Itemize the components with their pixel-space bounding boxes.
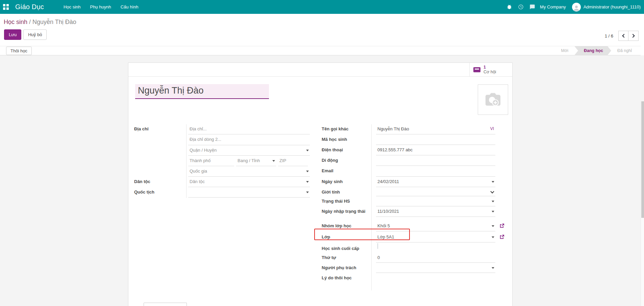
field-label: Người phụ trách (322, 263, 371, 273)
avatar[interactable] (572, 3, 581, 11)
user-menu[interactable]: Administrator (huunghi_1110) (584, 4, 641, 9)
app-title[interactable]: Giáo Dục (15, 3, 44, 11)
field-label: Email (322, 166, 371, 177)
email-input[interactable] (376, 166, 495, 177)
street-input[interactable]: Địa chỉ... (188, 124, 310, 134)
ten-goi-khac-input[interactable]: Nguyễn Thị Đào VI (376, 124, 495, 134)
dien-thoai-input[interactable]: 0912.555.777 abc (376, 145, 495, 155)
field-label: Mã học sinh (322, 134, 371, 145)
field-label: Giới tính (322, 187, 371, 196)
hoc-sinh-cuoi-cap-checkbox[interactable] (377, 243, 378, 249)
group-divider (371, 124, 372, 290)
field-row-dien-thoai: Điện thoại 0912.555.777 abc (322, 145, 508, 155)
field-row-gioi-tinh: Giới tính (322, 187, 508, 196)
breadcrumb-parent[interactable]: Học sinh (4, 19, 27, 25)
field-row-ngay-sinh: Ngày sinh 24/02/2011 (322, 177, 508, 187)
caret-down-icon (492, 267, 494, 269)
caret-down-icon (492, 211, 494, 212)
pager-next-button[interactable] (628, 31, 639, 41)
top-navbar: Giáo Dục Học sinh Phụ huynh Cấu hình My … (0, 0, 644, 14)
caret-down-icon (492, 225, 494, 227)
field-label: Ngày sinh (322, 177, 371, 187)
notebook-tab-partial[interactable] (144, 303, 187, 306)
thoi-hoc-button[interactable]: Thôi học (6, 47, 32, 55)
state-moi[interactable]: Mới (555, 46, 574, 55)
field-label: Học sinh cuối cấp (322, 244, 371, 253)
address-group: Địa chỉ Địa chỉ... Địa chỉ dòng 2... Quậ… (134, 124, 317, 198)
chevron-down-icon (490, 189, 494, 193)
state-select[interactable]: Bang / Tỉnh (236, 156, 276, 166)
field-row-hoc-sinh-cuoi-cap: Học sinh cuối cấp (322, 244, 508, 253)
zip-input[interactable]: ZIP (278, 156, 308, 166)
opportunities-stat-button[interactable]: 1 Cơ hội (469, 63, 512, 76)
student-name-input[interactable]: Nguyễn Thị Đào (135, 84, 269, 99)
company-switcher[interactable]: My Company (540, 4, 566, 9)
menu-cau-hinh[interactable]: Cấu hình (120, 3, 139, 11)
field-label: Lớp (322, 232, 371, 244)
pager: 1 / 6 (605, 31, 639, 41)
translation-badge[interactable]: VI (490, 126, 494, 131)
menu-hoc-sinh[interactable]: Học sinh (63, 3, 81, 11)
hoc-sinh-cuoi-cap-cell (376, 244, 495, 253)
gioi-tinh-select[interactable] (376, 187, 495, 196)
ma-hoc-sinh-input[interactable] (376, 134, 495, 145)
student-photo-upload[interactable] (478, 84, 508, 115)
field-row-city-state-zip: Thành phố Bang / Tỉnh ZIP (134, 156, 317, 166)
thu-tu-input[interactable]: 0 (376, 253, 495, 263)
ly-do-thoi-hoc-input[interactable] (376, 273, 495, 286)
field-row-ngay-nhap-trang-thai: Ngày nhập trạng thái 11/10/2021 (322, 206, 508, 221)
pager-previous-button[interactable] (618, 31, 628, 41)
ethnicity-select[interactable]: Dân tộc (188, 177, 310, 187)
save-button[interactable]: Lưu (4, 29, 21, 40)
group-divider (186, 124, 187, 198)
discard-button[interactable]: Huỷ bỏ (23, 29, 47, 40)
field-row-nhom-lop-hoc: Nhóm lớp học Khối 5 (322, 221, 508, 232)
bug-icon[interactable] (506, 4, 512, 10)
caret-down-icon (306, 192, 309, 193)
vertical-scrollbar (641, 101, 644, 306)
statusbar: Thôi học Mới Đang học Đã nghỉ (0, 46, 641, 55)
ngay-nhap-trang-thai-datepicker[interactable]: 11/10/2021 (376, 206, 495, 217)
control-panel: Học sinh / Nguyễn Thị Đào Lưu Huỷ bỏ 1 /… (0, 14, 644, 46)
breadcrumb: Học sinh / Nguyễn Thị Đào (4, 19, 76, 26)
field-label: Lý do thôi học (322, 273, 371, 286)
state-da-nghi[interactable]: Đã nghỉ (611, 46, 638, 55)
caret-down-icon (306, 150, 309, 151)
di-dong-input[interactable] (376, 155, 495, 166)
lop-select[interactable]: Lớp 5A1 (376, 232, 495, 243)
external-link-icon[interactable] (499, 221, 504, 232)
ngay-sinh-datepicker[interactable]: 24/02/2011 (376, 177, 495, 187)
stat-button-label: Cơ hội (484, 70, 496, 74)
trang-thai-hs-select[interactable] (376, 196, 495, 206)
field-row-lop: Lớp Lớp 5A1 (322, 232, 508, 244)
field-row-thu-tu: Thứ tự 0 (322, 253, 508, 263)
field-label-dan-toc: Dân tộc (134, 177, 186, 187)
field-row-street2: Địa chỉ dòng 2... (134, 134, 317, 145)
external-link-icon[interactable] (499, 232, 504, 244)
navbar-right: My Company Administrator (huunghi_1110) (501, 3, 644, 11)
country-select[interactable]: Quốc gia (188, 166, 310, 177)
caret-down-icon (306, 171, 309, 172)
caret-down-icon (306, 181, 309, 183)
field-label-quoc-tich: Quốc tịch (134, 187, 186, 198)
scrollbar-thumb[interactable] (641, 101, 644, 218)
nguoi-phu-trach-select[interactable] (376, 263, 495, 273)
field-label: Nhóm lớp học (322, 221, 371, 232)
clock-icon[interactable] (518, 4, 524, 10)
nationality-select[interactable] (188, 187, 310, 198)
field-label-dia-chi: Địa chỉ (134, 124, 186, 134)
chat-icon[interactable] (529, 4, 535, 10)
breadcrumb-separator: / (29, 19, 32, 25)
apps-menu-icon[interactable] (3, 4, 9, 10)
camera-plus-icon (483, 92, 503, 107)
field-row-ten-goi-khac: Tên gọi khác Nguyễn Thị Đào VI (322, 124, 508, 134)
chevron-right-icon (631, 34, 635, 37)
menu-phu-huynh[interactable]: Phụ huynh (90, 3, 112, 11)
street2-input[interactable]: Địa chỉ dòng 2... (188, 134, 310, 145)
city-input[interactable]: Thành phố (188, 156, 234, 166)
state-dang-hoc[interactable]: Đang học (574, 46, 611, 55)
student-info-group: Tên gọi khác Nguyễn Thị Đào VI Mã học si… (322, 124, 508, 286)
district-select[interactable]: Quận / Huyện (188, 145, 310, 156)
nhom-lop-hoc-select[interactable]: Khối 5 (376, 221, 495, 231)
form-sheet: 1 Cơ hội Nguyễn Thị Đào Địa chỉ Địa chỉ.… (128, 62, 513, 306)
